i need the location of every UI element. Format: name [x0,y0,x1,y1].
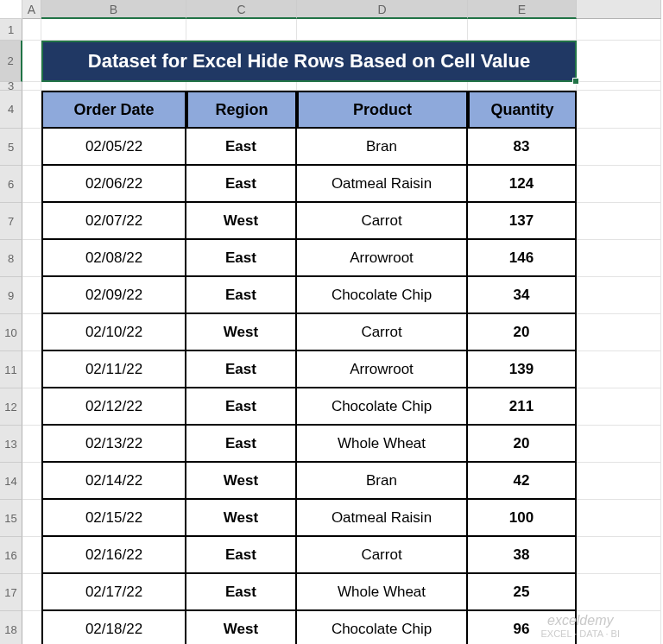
cell-quantity[interactable]: 96 [468,611,577,644]
cell-quantity[interactable]: 34 [468,277,577,314]
cell-a5[interactable] [22,129,41,166]
col-header-f[interactable] [577,0,661,19]
cell-product[interactable]: Chocolate Chip [297,277,468,314]
cell-a16[interactable] [22,537,41,574]
cell-f13[interactable] [577,426,661,463]
row-header-18[interactable]: 18 [0,611,22,644]
row-header-1[interactable]: 1 [0,19,22,41]
cell-f6[interactable] [577,166,661,203]
cell-a10[interactable] [22,314,41,351]
cell-order-date[interactable]: 02/06/22 [41,166,186,203]
cell-quantity[interactable]: 146 [468,240,577,277]
cell-product[interactable]: Arrowroot [297,351,468,388]
cell-region[interactable]: West [186,314,297,351]
cell-f1[interactable] [577,19,661,41]
col-header-a[interactable]: A [22,0,41,19]
cell-a2[interactable] [22,41,41,82]
cell-f9[interactable] [577,277,661,314]
cell-order-date[interactable]: 02/17/22 [41,574,186,611]
cell-region[interactable]: West [186,611,297,644]
row-header-9[interactable]: 9 [0,277,22,314]
cell-f4[interactable] [577,91,661,129]
cell-region[interactable]: East [186,388,297,426]
cell-region[interactable]: East [186,351,297,388]
cell-product[interactable]: Oatmeal Raisin [297,500,468,537]
cell-f16[interactable] [577,537,661,574]
cell-order-date[interactable]: 02/11/22 [41,351,186,388]
cell-quantity[interactable]: 20 [468,314,577,351]
row-header-3[interactable]: 3 [0,82,22,91]
cell-product[interactable]: Whole Wheat [297,574,468,611]
cell-a18[interactable] [22,611,41,644]
cell-a9[interactable] [22,277,41,314]
row-header-14[interactable]: 14 [0,463,22,500]
cell-region[interactable]: East [186,426,297,463]
row-header-5[interactable]: 5 [0,129,22,166]
col-header-b[interactable]: B [41,0,186,19]
cell-region[interactable]: East [186,537,297,574]
row-header-12[interactable]: 12 [0,388,22,426]
cell-a11[interactable] [22,351,41,388]
row-header-15[interactable]: 15 [0,500,22,537]
cell-order-date[interactable]: 02/10/22 [41,314,186,351]
cell-region[interactable]: West [186,463,297,500]
cell-b1[interactable] [41,19,186,41]
row-header-2[interactable]: 2 [0,41,22,82]
cell-f11[interactable] [577,351,661,388]
header-product[interactable]: Product [297,91,468,129]
cell-f7[interactable] [577,203,661,240]
cell-quantity[interactable]: 211 [468,388,577,426]
cell-region[interactable]: East [186,574,297,611]
cell-b3[interactable] [41,82,186,91]
cell-product[interactable]: Whole Wheat [297,426,468,463]
select-all-corner[interactable] [0,0,22,19]
cell-product[interactable]: Carrot [297,537,468,574]
row-header-6[interactable]: 6 [0,166,22,203]
cell-d1[interactable] [297,19,468,41]
cell-region[interactable]: West [186,500,297,537]
col-header-c[interactable]: C [186,0,297,19]
cell-quantity[interactable]: 124 [468,166,577,203]
row-header-17[interactable]: 17 [0,574,22,611]
cell-order-date[interactable]: 02/15/22 [41,500,186,537]
cell-product[interactable]: Bran [297,463,468,500]
cell-a14[interactable] [22,463,41,500]
cell-region[interactable]: East [186,129,297,166]
cell-a6[interactable] [22,166,41,203]
cell-order-date[interactable]: 02/16/22 [41,537,186,574]
cell-quantity[interactable]: 137 [468,203,577,240]
cell-product[interactable]: Oatmeal Raisin [297,166,468,203]
cell-f15[interactable] [577,500,661,537]
cell-order-date[interactable]: 02/14/22 [41,463,186,500]
cell-region[interactable]: East [186,277,297,314]
cell-f18[interactable] [577,611,661,644]
row-header-8[interactable]: 8 [0,240,22,277]
selection-handle[interactable] [572,78,579,85]
cell-a7[interactable] [22,203,41,240]
cell-order-date[interactable]: 02/13/22 [41,426,186,463]
cell-product[interactable]: Chocolate Chip [297,388,468,426]
cell-quantity[interactable]: 38 [468,537,577,574]
cell-quantity[interactable]: 25 [468,574,577,611]
cell-c1[interactable] [186,19,297,41]
cell-f5[interactable] [577,129,661,166]
cell-quantity[interactable]: 20 [468,426,577,463]
cell-order-date[interactable]: 02/09/22 [41,277,186,314]
cell-quantity[interactable]: 100 [468,500,577,537]
row-header-11[interactable]: 11 [0,351,22,388]
cell-product[interactable]: Carrot [297,314,468,351]
title-cell[interactable]: Dataset for Excel Hide Rows Based on Cel… [41,41,577,82]
cell-a13[interactable] [22,426,41,463]
cell-d3[interactable] [297,82,468,91]
cell-quantity[interactable]: 42 [468,463,577,500]
cell-a12[interactable] [22,388,41,426]
cell-f14[interactable] [577,463,661,500]
cell-product[interactable]: Arrowroot [297,240,468,277]
row-header-13[interactable]: 13 [0,426,22,463]
cell-region[interactable]: East [186,240,297,277]
header-quantity[interactable]: Quantity [468,91,577,129]
cell-order-date[interactable]: 02/18/22 [41,611,186,644]
cell-f10[interactable] [577,314,661,351]
cell-quantity[interactable]: 139 [468,351,577,388]
col-header-d[interactable]: D [297,0,468,19]
